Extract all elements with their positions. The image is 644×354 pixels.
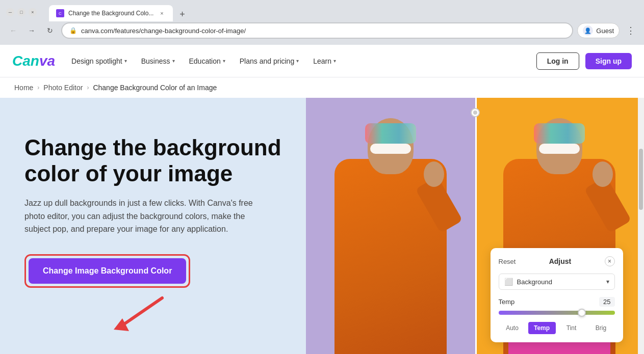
- background-icon: ⬜: [504, 278, 513, 286]
- nav-label: Education: [189, 57, 221, 65]
- chevron-down-icon: ▾: [124, 58, 127, 64]
- website: Canva Design spotlight ▾ Business ▾ Educ…: [0, 45, 644, 354]
- hero-image: Reset Adjust × ⬜ Background ▾ Temp 25: [306, 98, 644, 354]
- profile-button[interactable]: 👤 Guest: [577, 23, 620, 38]
- cta-highlight-border: Change Image Background Color: [24, 254, 190, 288]
- chevron-down-icon: ▾: [333, 58, 336, 64]
- active-tab[interactable]: C Change the Background Colo... ×: [49, 5, 173, 21]
- breadcrumb: Home › Photo Editor › Change Background …: [0, 77, 644, 98]
- logo[interactable]: Canva: [12, 53, 55, 69]
- nav-item-education[interactable]: Education ▾: [183, 53, 231, 69]
- adjust-tab-brig[interactable]: Brig: [587, 322, 615, 334]
- adjust-tab-auto[interactable]: Auto: [499, 322, 526, 334]
- cta-button[interactable]: Change Image Background Color: [29, 258, 186, 284]
- breadcrumb-photo-editor[interactable]: Photo Editor: [43, 84, 83, 92]
- arrow-container: [106, 293, 167, 336]
- nav-actions: Log in Sign up: [536, 52, 632, 70]
- nav-label: Design spotlight: [71, 57, 122, 65]
- nav-label: Business: [141, 57, 170, 65]
- window-controls: ─ □ ×: [6, 8, 37, 16]
- nav-item-design-spotlight[interactable]: Design spotlight ▾: [65, 53, 133, 69]
- profile-label: Guest: [596, 27, 614, 35]
- navbar: Canva Design spotlight ▾ Business ▾ Educ…: [0, 45, 644, 77]
- tab-bar: C Change the Background Colo... × +: [43, 3, 638, 21]
- close-window-button[interactable]: ×: [29, 8, 37, 16]
- hero-section: Change the background color of your imag…: [0, 98, 644, 354]
- adjust-dropdown-label: Background: [517, 278, 606, 286]
- adjust-reset-button[interactable]: Reset: [499, 258, 516, 265]
- scrollbar-thumb[interactable]: [639, 149, 643, 210]
- lock-icon: 🔒: [69, 27, 77, 34]
- login-button[interactable]: Log in: [536, 52, 579, 70]
- breadcrumb-home[interactable]: Home: [14, 84, 33, 92]
- temp-value: 25: [599, 297, 614, 307]
- address-bar: ← → ↻ 🔒 👤 Guest ⋮: [0, 20, 644, 43]
- adjust-tab-temp[interactable]: Temp: [528, 322, 556, 334]
- breadcrumb-current: Change Background Color of an Image: [93, 84, 217, 92]
- adjust-panel-title: Adjust: [549, 257, 572, 265]
- tab-favicon: C: [56, 9, 64, 17]
- new-tab-button[interactable]: +: [175, 7, 189, 21]
- url-input[interactable]: [81, 27, 565, 35]
- hero-description: Jazz up dull backgrounds in just a few c…: [24, 197, 259, 236]
- adjust-close-button[interactable]: ×: [605, 256, 615, 266]
- temp-slider-thumb[interactable]: [578, 309, 586, 317]
- temp-label: Temp: [499, 298, 515, 306]
- forward-button[interactable]: →: [24, 23, 39, 38]
- profile-icon: 👤: [583, 25, 593, 36]
- adjust-tabs: Auto Temp Tint Brig: [499, 322, 615, 334]
- url-bar[interactable]: 🔒: [61, 22, 573, 39]
- image-slider-handle[interactable]: [471, 108, 480, 117]
- maximize-button[interactable]: □: [17, 8, 25, 16]
- more-options-button[interactable]: ⋮: [624, 23, 638, 38]
- nav-item-learn[interactable]: Learn ▾: [307, 53, 342, 69]
- chevron-down-icon: ▾: [296, 58, 299, 64]
- browser-chrome: ─ □ × C Change the Background Colo... × …: [0, 0, 644, 45]
- adjust-panel: Reset Adjust × ⬜ Background ▾ Temp 25: [491, 248, 623, 342]
- tab-close-button[interactable]: ×: [158, 9, 166, 17]
- temp-slider-track[interactable]: [499, 311, 615, 315]
- hero-content: Change the background color of your imag…: [0, 98, 306, 354]
- image-panel-left: [306, 98, 475, 354]
- reload-button[interactable]: ↻: [43, 23, 57, 38]
- chevron-down-icon: ▾: [223, 58, 225, 64]
- signup-button[interactable]: Sign up: [585, 53, 632, 69]
- title-bar: ─ □ × C Change the Background Colo... × …: [0, 0, 644, 20]
- logo-text: Canva: [12, 53, 55, 69]
- dropdown-chevron-icon: ▾: [606, 278, 609, 285]
- adjust-panel-header: Reset Adjust ×: [499, 256, 615, 266]
- adjust-tab-tint[interactable]: Tint: [558, 322, 585, 334]
- chevron-down-icon: ▾: [172, 58, 175, 64]
- adjust-temp-row: Temp 25: [499, 297, 615, 307]
- breadcrumb-sep-2: ›: [87, 84, 89, 91]
- nav-item-business[interactable]: Business ▾: [135, 53, 181, 69]
- nav-item-plans[interactable]: Plans and pricing ▾: [234, 53, 305, 69]
- image-panel-right: Reset Adjust × ⬜ Background ▾ Temp 25: [475, 98, 645, 354]
- back-button[interactable]: ←: [6, 23, 20, 38]
- minimize-button[interactable]: ─: [6, 8, 14, 16]
- arrow-icon: [106, 293, 167, 334]
- svg-marker-1: [114, 318, 129, 331]
- svg-line-0: [121, 298, 162, 326]
- hero-cta-wrapper: Change Image Background Color: [24, 254, 286, 336]
- image-slider-divider: [475, 98, 477, 354]
- nav-label: Plans and pricing: [240, 57, 294, 65]
- nav-label: Learn: [313, 57, 331, 65]
- adjust-dropdown[interactable]: ⬜ Background ▾: [499, 274, 615, 290]
- breadcrumb-sep-1: ›: [37, 84, 39, 91]
- tab-title: Change the Background Colo...: [68, 10, 153, 17]
- hero-title: Change the background color of your imag…: [24, 135, 286, 186]
- scrollbar[interactable]: [638, 98, 644, 354]
- nav-links: Design spotlight ▾ Business ▾ Education …: [65, 53, 536, 69]
